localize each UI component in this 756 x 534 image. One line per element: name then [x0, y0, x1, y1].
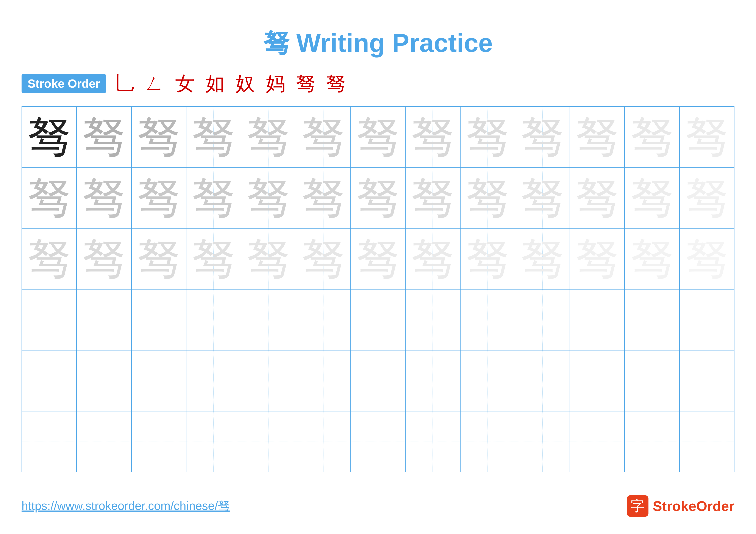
cell-r6-c7[interactable] — [351, 411, 406, 472]
cell-r2-c4[interactable]: 驽 — [186, 167, 241, 228]
cell-r4-c9[interactable] — [461, 290, 515, 350]
cell-r4-c11[interactable] — [570, 290, 625, 350]
cell-r3-c12[interactable]: 驽 — [625, 229, 680, 289]
cell-r5-c2[interactable] — [77, 350, 131, 411]
grid-row-3: 驽 驽 驽 驽 驽 — [22, 229, 734, 290]
cell-r5-c10[interactable] — [515, 350, 570, 411]
cell-r5-c8[interactable] — [406, 350, 460, 411]
cell-r1-c10[interactable]: 驽 — [515, 107, 570, 167]
grid-row-4 — [22, 290, 734, 350]
cell-r1-c6[interactable]: 驽 — [296, 107, 351, 167]
cell-r4-c4[interactable] — [186, 290, 241, 350]
cell-r1-c5[interactable]: 驽 — [241, 107, 296, 167]
cell-r6-c6[interactable] — [296, 411, 351, 472]
cell-r4-c1[interactable] — [22, 290, 77, 350]
stroke-steps: 乚 ㄥ 女 如 奴 妈 驽 驽 — [115, 74, 345, 93]
cell-r4-c2[interactable] — [77, 290, 131, 350]
cell-r5-c5[interactable] — [241, 350, 296, 411]
cell-r4-c12[interactable] — [625, 290, 680, 350]
cell-r6-c2[interactable] — [77, 411, 131, 472]
cell-r5-c7[interactable] — [351, 350, 406, 411]
char-dark: 驽 — [28, 115, 71, 159]
cell-r2-c11[interactable]: 驽 — [570, 167, 625, 228]
cell-r5-c12[interactable] — [625, 350, 680, 411]
cell-r3-c2[interactable]: 驽 — [77, 229, 131, 289]
cell-r2-c5[interactable]: 驽 — [241, 167, 296, 228]
cell-r6-c10[interactable] — [515, 411, 570, 472]
grid-row-5 — [22, 350, 734, 411]
cell-r3-c13[interactable]: 驽 — [680, 229, 734, 289]
cell-r2-c6[interactable]: 驽 — [296, 167, 351, 228]
stroke-step-2: ㄥ — [145, 74, 164, 93]
cell-r3-c10[interactable]: 驽 — [515, 229, 570, 289]
cell-r6-c11[interactable] — [570, 411, 625, 472]
cell-r2-c7[interactable]: 驽 — [351, 167, 406, 228]
stroke-order-badge: Stroke Order — [21, 74, 106, 93]
stroke-step-4: 如 — [205, 74, 225, 93]
cell-r2-c1[interactable]: 驽 — [22, 167, 77, 228]
cell-r1-c2[interactable]: 驽 — [77, 107, 131, 167]
cell-r6-c5[interactable] — [241, 411, 296, 472]
cell-r1-c7[interactable]: 驽 — [351, 107, 406, 167]
cell-r6-c8[interactable] — [406, 411, 460, 472]
cell-r5-c9[interactable] — [461, 350, 515, 411]
cell-r6-c3[interactable] — [132, 411, 186, 472]
stroke-step-6: 妈 — [266, 74, 285, 93]
cell-r3-c7[interactable]: 驽 — [351, 229, 406, 289]
cell-r5-c11[interactable] — [570, 350, 625, 411]
cell-r3-c4[interactable]: 驽 — [186, 229, 241, 289]
grid-row-2: 驽 驽 驽 驽 驽 — [22, 167, 734, 229]
cell-r3-c6[interactable]: 驽 — [296, 229, 351, 289]
cell-r1-c8[interactable]: 驽 — [406, 107, 460, 167]
cell-r6-c1[interactable] — [22, 411, 77, 472]
cell-r5-c1[interactable] — [22, 350, 77, 411]
cell-r6-c4[interactable] — [186, 411, 241, 472]
stroke-step-7: 驽 — [296, 74, 315, 93]
page-title: 驽 Writing Practice — [21, 26, 735, 61]
footer-url[interactable]: https://www.strokeorder.com/chinese/驽 — [21, 498, 230, 514]
cell-r3-c9[interactable]: 驽 — [461, 229, 515, 289]
cell-r6-c12[interactable] — [625, 411, 680, 472]
cell-r4-c5[interactable] — [241, 290, 296, 350]
cell-r4-c10[interactable] — [515, 290, 570, 350]
cell-r4-c8[interactable] — [406, 290, 460, 350]
cell-r1-c4[interactable]: 驽 — [186, 107, 241, 167]
stroke-step-5: 奴 — [235, 74, 255, 93]
cell-r2-c10[interactable]: 驽 — [515, 167, 570, 228]
cell-r1-c3[interactable]: 驽 — [132, 107, 186, 167]
cell-r2-c3[interactable]: 驽 — [132, 167, 186, 228]
cell-r5-c13[interactable] — [680, 350, 734, 411]
cell-r3-c11[interactable]: 驽 — [570, 229, 625, 289]
page: 驽 Writing Practice Stroke Order 乚 ㄥ 女 如 … — [0, 0, 756, 534]
cell-r3-c5[interactable]: 驽 — [241, 229, 296, 289]
cell-r2-c12[interactable]: 驽 — [625, 167, 680, 228]
cell-r2-c2[interactable]: 驽 — [77, 167, 131, 228]
cell-r1-c13[interactable]: 驽 — [680, 107, 734, 167]
cell-r4-c7[interactable] — [351, 290, 406, 350]
cell-r3-c8[interactable]: 驽 — [406, 229, 460, 289]
cell-r5-c6[interactable] — [296, 350, 351, 411]
cell-r3-c3[interactable]: 驽 — [132, 229, 186, 289]
writing-grid[interactable]: 驽 驽 驽 驽 驽 — [21, 106, 735, 472]
cell-r1-c9[interactable]: 驽 — [461, 107, 515, 167]
cell-r6-c9[interactable] — [461, 411, 515, 472]
cell-r4-c6[interactable] — [296, 290, 351, 350]
cell-r3-c1[interactable]: 驽 — [22, 229, 77, 289]
grid-row-1: 驽 驽 驽 驽 驽 — [22, 107, 734, 167]
logo-icon: 字 — [627, 495, 648, 517]
cell-r5-c3[interactable] — [132, 350, 186, 411]
cell-r1-c12[interactable]: 驽 — [625, 107, 680, 167]
cell-r2-c13[interactable]: 驽 — [680, 167, 734, 228]
footer: https://www.strokeorder.com/chinese/驽 字 … — [21, 495, 735, 517]
cell-r5-c4[interactable] — [186, 350, 241, 411]
cell-r1-c1[interactable]: 驽 — [22, 107, 77, 167]
logo-char: 字 — [631, 496, 645, 516]
cell-r4-c13[interactable] — [680, 290, 734, 350]
cell-r6-c13[interactable] — [680, 411, 734, 472]
cell-r4-c3[interactable] — [132, 290, 186, 350]
logo-text: StrokeOrder — [653, 498, 735, 514]
cell-r2-c9[interactable]: 驽 — [461, 167, 515, 228]
cell-r2-c8[interactable]: 驽 — [406, 167, 460, 228]
cell-r1-c11[interactable]: 驽 — [570, 107, 625, 167]
footer-logo: 字 StrokeOrder — [627, 495, 735, 517]
